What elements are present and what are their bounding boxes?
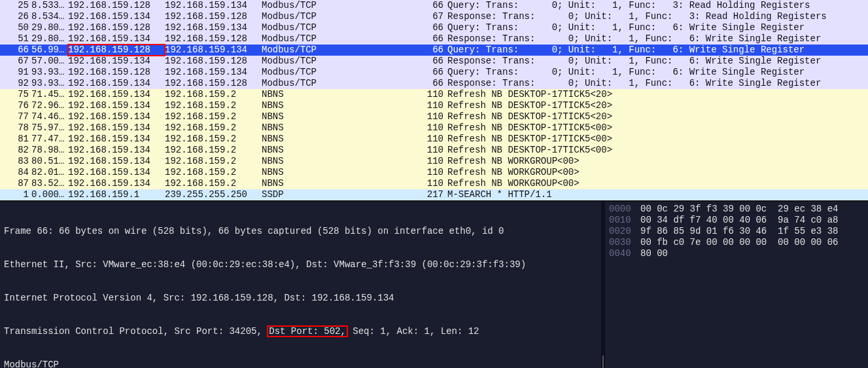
hex-bytes: 9f 86 85 9d 01 f6 30 46 1f 55 e3 38 (640, 226, 864, 237)
col-time: 83.52… (31, 178, 68, 189)
col-protocol: NBNS (262, 156, 327, 167)
ethernet-summary[interactable]: Ethernet II, Src: VMware_ec:38:e4 (00:0c… (4, 259, 597, 270)
col-protocol: Modbus/TCP (262, 11, 327, 22)
col-source: 192.168.159.128 (68, 22, 165, 33)
packet-row[interactable]: 8278.98…192.168.159.134192.168.159.2NBNS… (0, 145, 868, 156)
col-length: 110 (327, 178, 447, 189)
hex-line[interactable]: 001000 34 df f7 40 00 40 06 9a 74 c0 a8 (609, 215, 864, 226)
hex-bytes: 80 00 (640, 248, 864, 259)
hex-offset: 0030 (609, 237, 640, 248)
col-length: 217 (327, 189, 447, 200)
col-length: 66 (327, 0, 447, 11)
col-length: 110 (327, 89, 447, 100)
col-protocol: Modbus/TCP (262, 22, 327, 33)
frame-summary[interactable]: Frame 66: 66 bytes on wire (528 bits), 6… (4, 226, 597, 237)
hex-line[interactable]: 000000 0c 29 3f f3 39 00 0c 29 ec 38 e4 (609, 204, 864, 215)
packet-row[interactable]: 6656.99…192.168.159.128192.168.159.134Mo… (0, 45, 868, 56)
packet-row[interactable]: 7571.45…192.168.159.134192.168.159.2NBNS… (0, 89, 868, 100)
col-no: 83 (0, 156, 31, 167)
col-no: 26 (0, 11, 31, 22)
packet-list[interactable]: 258.533…192.168.159.128192.168.159.134Mo… (0, 0, 868, 200)
col-time: 57.00… (31, 56, 68, 67)
hex-offset: 0000 (609, 204, 640, 215)
col-no: 84 (0, 167, 31, 178)
packet-row[interactable]: 7875.97…192.168.159.134192.168.159.2NBNS… (0, 122, 868, 134)
packet-row[interactable]: 9193.93…192.168.159.128192.168.159.134Mo… (0, 67, 868, 78)
col-source: 192.168.159.134 (68, 167, 165, 178)
col-time: 8.533… (31, 0, 68, 11)
col-length: 66 (327, 33, 447, 45)
col-destination: 192.168.159.2 (165, 134, 262, 145)
col-no: 51 (0, 33, 31, 45)
col-length: 110 (327, 134, 447, 145)
col-info: Refresh NB DESKTOP-17TICK5<20> (447, 100, 868, 111)
packet-row[interactable]: 5129.80…192.168.159.134192.168.159.128Mo… (0, 33, 868, 45)
hex-offset: 0010 (609, 215, 640, 226)
col-info: Query: Trans: 0; Unit: 1, Func: 3: Read … (447, 0, 868, 11)
col-info: Response: Trans: 0; Unit: 1, Func: 6: Wr… (447, 78, 868, 89)
col-length: 110 (327, 122, 447, 134)
col-length: 110 (327, 111, 447, 122)
col-time: 29.80… (31, 22, 68, 33)
col-time: 56.99… (31, 45, 68, 56)
packet-details-pane[interactable]: Frame 66: 66 bytes on wire (528 bits), 6… (0, 202, 601, 368)
col-protocol: SSDP (262, 189, 327, 200)
col-protocol: Modbus/TCP (262, 78, 327, 89)
packet-row[interactable]: 8380.51…192.168.159.134192.168.159.2NBNS… (0, 156, 868, 167)
packet-row[interactable]: 8482.01…192.168.159.134192.168.159.2NBNS… (0, 167, 868, 178)
packet-row[interactable]: 8783.52…192.168.159.134192.168.159.2NBNS… (0, 178, 868, 189)
col-time: 71.45… (31, 89, 68, 100)
col-destination: 192.168.159.128 (165, 11, 262, 22)
col-protocol: NBNS (262, 122, 327, 134)
col-destination: 239.255.255.250 (165, 189, 262, 200)
packet-row[interactable]: 7672.96…192.168.159.134192.168.159.2NBNS… (0, 100, 868, 111)
col-no: 87 (0, 178, 31, 189)
packet-row[interactable]: 10.000…192.168.159.1239.255.255.250SSDP2… (0, 189, 868, 200)
col-protocol: Modbus/TCP (262, 56, 327, 67)
col-destination: 192.168.159.128 (165, 56, 262, 67)
col-source: 192.168.159.134 (68, 156, 165, 167)
hex-offset: 0040 (609, 248, 640, 259)
ip-summary[interactable]: Internet Protocol Version 4, Src: 192.16… (4, 293, 597, 304)
hex-line[interactable]: 003000 fb c0 7e 00 00 00 00 00 00 00 06 (609, 237, 864, 248)
col-protocol: Modbus/TCP (262, 0, 327, 11)
vertical-splitter[interactable] (601, 202, 605, 368)
packet-row[interactable]: 258.533…192.168.159.128192.168.159.134Mo… (0, 0, 868, 11)
col-source: 192.168.159.134 (68, 78, 165, 89)
col-source: 192.168.159.134 (68, 145, 165, 156)
col-info: Query: Trans: 0; Unit: 1, Func: 6: Write… (447, 67, 868, 78)
col-info: Query: Trans: 0; Unit: 1, Func: 6: Write… (447, 45, 868, 56)
packet-row[interactable]: 5029.80…192.168.159.128192.168.159.134Mo… (0, 22, 868, 33)
col-source: 192.168.159.134 (68, 111, 165, 122)
col-source: 192.168.159.134 (68, 33, 165, 45)
col-no: 76 (0, 100, 31, 111)
col-source: 192.168.159.134 (68, 100, 165, 111)
col-protocol: NBNS (262, 111, 327, 122)
col-info: Refresh NB WORKGROUP<00> (447, 156, 868, 167)
col-info: Response: Trans: 0; Unit: 1, Func: 3: Re… (447, 11, 868, 22)
tcp-summary[interactable]: Transmission Control Protocol, Src Port:… (4, 326, 597, 337)
col-time: 77.47… (31, 134, 68, 145)
packet-row[interactable]: 268.534…192.168.159.134192.168.159.128Mo… (0, 11, 868, 22)
col-time: 0.000… (31, 189, 68, 200)
hex-line[interactable]: 004080 00 (609, 248, 864, 259)
col-no: 1 (0, 189, 31, 200)
col-info: Refresh NB DESKTOP-17TICK5<00> (447, 145, 868, 156)
col-length: 110 (327, 156, 447, 167)
modbus-tcp-node[interactable]: Modbus/TCP (4, 359, 597, 368)
packet-row[interactable]: 8177.47…192.168.159.134192.168.159.2NBNS… (0, 134, 868, 145)
packet-row[interactable]: 6757.00…192.168.159.134192.168.159.128Mo… (0, 56, 868, 67)
col-info: M-SEARCH * HTTP/1.1 (447, 189, 868, 200)
col-time: 29.80… (31, 33, 68, 45)
hex-line[interactable]: 00209f 86 85 9d 01 f6 30 46 1f 55 e3 38 (609, 226, 864, 237)
col-info: Refresh NB DESKTOP-17TICK5<00> (447, 122, 868, 134)
packet-row[interactable]: 9293.93…192.168.159.134192.168.159.128Mo… (0, 78, 868, 89)
packet-row[interactable]: 7774.46…192.168.159.134192.168.159.2NBNS… (0, 111, 868, 122)
col-source: 192.168.159.128 (68, 67, 165, 78)
col-source: 192.168.159.128 (68, 0, 165, 11)
col-protocol: NBNS (262, 134, 327, 145)
packet-bytes-pane[interactable]: 000000 0c 29 3f f3 39 00 0c 29 ec 38 e40… (605, 202, 868, 368)
col-time: 72.96… (31, 100, 68, 111)
hex-offset: 0020 (609, 226, 640, 237)
col-no: 77 (0, 111, 31, 122)
